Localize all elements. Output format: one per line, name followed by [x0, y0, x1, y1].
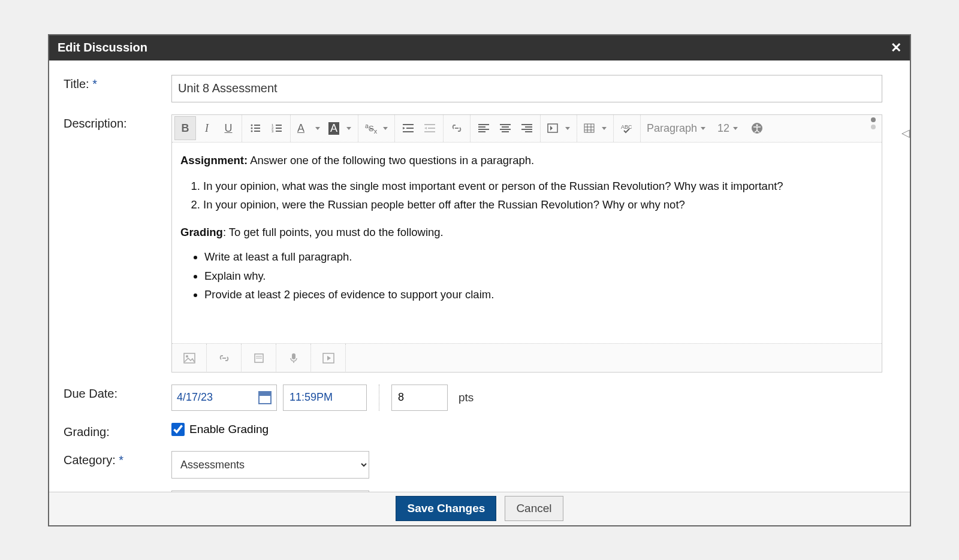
indent-icon[interactable]: [397, 116, 419, 140]
cancel-button[interactable]: Cancel: [505, 496, 563, 521]
svg-point-41: [756, 125, 758, 126]
insert-media-icon[interactable]: [311, 344, 346, 373]
editor-content[interactable]: Assignment: Answer one of the following …: [172, 143, 882, 343]
save-changes-button[interactable]: Save Changes: [396, 496, 496, 521]
svg-marker-17: [424, 127, 427, 129]
svg-rect-16: [424, 124, 435, 125]
points-label: pts: [459, 391, 474, 404]
svg-marker-13: [403, 127, 405, 129]
svg-point-0: [251, 125, 253, 126]
category-label: Category: *: [64, 451, 171, 467]
svg-rect-11: [276, 131, 282, 132]
svg-rect-25: [502, 126, 509, 128]
modal-footer: Save Changes Cancel: [49, 492, 910, 525]
svg-rect-22: [478, 129, 489, 130]
italic-icon[interactable]: I: [196, 116, 218, 140]
svg-text:3: 3: [272, 129, 274, 133]
insert-file-icon[interactable]: [242, 344, 276, 373]
table-icon[interactable]: [580, 116, 611, 140]
svg-rect-20: [478, 124, 489, 125]
enable-grading-label: Enable Grading: [189, 423, 269, 436]
svg-rect-1: [254, 125, 260, 126]
svg-rect-24: [500, 124, 511, 125]
svg-rect-3: [254, 128, 260, 129]
modal-header: Edit Discussion ✕: [49, 35, 910, 60]
svg-rect-26: [500, 129, 511, 130]
svg-point-4: [251, 131, 253, 132]
description-label: Description:: [64, 114, 171, 131]
required-asterisk: *: [119, 453, 123, 467]
accessibility-icon[interactable]: [746, 116, 768, 140]
category-select[interactable]: Assessments: [171, 451, 369, 479]
svg-rect-15: [403, 131, 414, 132]
clear-format-icon[interactable]: aSx: [361, 116, 392, 140]
svg-rect-34: [584, 124, 594, 132]
font-size-select[interactable]: 12: [711, 116, 744, 140]
enable-grading-checkbox[interactable]: [171, 423, 185, 436]
points-input[interactable]: [391, 385, 448, 411]
svg-rect-28: [521, 124, 532, 125]
due-date-label: Due Date:: [64, 385, 171, 401]
outdent-icon[interactable]: [419, 116, 441, 140]
underline-icon[interactable]: U: [218, 116, 239, 140]
due-date-input[interactable]: 4/17/23: [171, 385, 277, 411]
svg-rect-21: [478, 126, 485, 128]
due-time-input[interactable]: 11:59PM: [283, 385, 367, 411]
link-icon[interactable]: [446, 116, 468, 140]
svg-rect-14: [406, 128, 414, 129]
required-asterisk: *: [92, 77, 97, 90]
svg-marker-33: [550, 126, 553, 131]
editor-toolbar: B I U 123: [172, 115, 882, 143]
toolbar-more-icon[interactable]: [871, 117, 876, 129]
svg-rect-29: [525, 126, 532, 128]
paragraph-style-select[interactable]: Paragraph: [641, 116, 711, 140]
collapse-sidebar-icon[interactable]: ◁: [901, 124, 910, 142]
align-left-icon[interactable]: [473, 116, 494, 140]
highlight-color-icon[interactable]: A: [324, 116, 355, 140]
numbered-list-icon[interactable]: 123: [266, 116, 288, 140]
insert-audio-icon[interactable]: [276, 344, 311, 373]
text-color-icon[interactable]: A: [293, 116, 324, 140]
svg-point-2: [251, 128, 253, 129]
svg-rect-9: [276, 128, 282, 129]
separator: [379, 385, 379, 411]
grading-row-label: Grading:: [64, 423, 171, 439]
editor-bottom-toolbar: [172, 343, 882, 372]
align-right-icon[interactable]: [516, 116, 538, 140]
svg-rect-5: [254, 131, 260, 132]
spellcheck-icon[interactable]: ABC: [616, 116, 638, 140]
modal-title: Edit Discussion: [58, 41, 147, 55]
insert-image-icon[interactable]: [172, 344, 207, 373]
svg-marker-49: [327, 356, 331, 361]
svg-rect-7: [276, 125, 282, 126]
close-icon[interactable]: ✕: [891, 40, 901, 56]
svg-text:ABC: ABC: [621, 124, 632, 130]
svg-rect-30: [521, 129, 532, 130]
svg-rect-19: [424, 131, 435, 132]
svg-rect-31: [525, 131, 532, 132]
svg-rect-18: [428, 128, 435, 129]
bullet-list-icon[interactable]: [245, 116, 266, 140]
svg-rect-27: [502, 131, 509, 132]
rich-text-editor: B I U 123: [171, 114, 882, 373]
modal-body: Title: * Description: B I: [49, 60, 910, 492]
svg-rect-42: [184, 353, 195, 363]
edit-discussion-modal: Edit Discussion ✕ Title: * Description:: [48, 34, 911, 526]
svg-point-43: [186, 355, 188, 358]
align-center-icon[interactable]: [494, 116, 516, 140]
calendar-icon[interactable]: [258, 391, 272, 404]
insert-link-icon[interactable]: [207, 344, 242, 373]
title-label: Title: *: [64, 75, 171, 91]
bold-icon[interactable]: B: [174, 116, 196, 140]
svg-rect-12: [403, 124, 414, 125]
title-input[interactable]: [171, 75, 882, 102]
svg-rect-23: [478, 131, 485, 132]
embed-icon[interactable]: [543, 116, 574, 140]
svg-rect-47: [292, 353, 295, 359]
